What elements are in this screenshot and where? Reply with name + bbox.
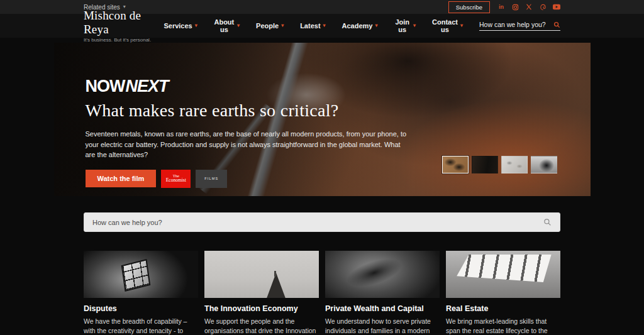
logo-tagline: It's business. But it's personal. <box>84 37 164 43</box>
nav-item-about-us[interactable]: About us ▾ <box>214 18 240 33</box>
hero-thumbnail-2[interactable] <box>472 156 498 173</box>
card-title: Private Wealth and Capital <box>325 304 440 313</box>
chevron-down-icon: ▾ <box>460 23 463 28</box>
hero-thumbnail-4[interactable] <box>531 156 557 173</box>
nav-item-services[interactable]: Services ▾ <box>164 22 197 30</box>
nav-item-people[interactable]: People ▾ <box>256 22 284 30</box>
card-real-estate[interactable]: Real Estate We bring market-leading skil… <box>446 251 560 335</box>
hero-description: Seventeen metals, known as rare earths, … <box>86 129 413 160</box>
hero-thumbnail-1[interactable] <box>442 156 469 173</box>
chevron-down-icon: ▾ <box>281 23 284 28</box>
hero-thumbnail-3[interactable] <box>501 156 528 173</box>
chevron-down-icon: ▾ <box>413 23 416 28</box>
hero-thumbnails <box>442 156 557 173</box>
search-icon[interactable] <box>553 21 560 28</box>
card-innovation-economy[interactable]: The Innovation Economy We support the pe… <box>204 251 319 335</box>
chevron-down-icon: ▾ <box>237 23 240 28</box>
films-label[interactable]: FILMS <box>196 170 227 188</box>
chevron-down-icon: ▾ <box>375 23 377 28</box>
nav-item-latest[interactable]: Latest ▾ <box>300 22 325 30</box>
page-search-input[interactable] <box>92 219 543 226</box>
card-image-clasped-hands <box>325 251 440 298</box>
watch-film-button[interactable]: Watch the film <box>86 170 157 187</box>
card-text: We bring market-leading skills that span… <box>446 317 560 335</box>
card-disputes[interactable]: Disputes We have the breadth of capabili… <box>84 251 198 335</box>
hero-title: What makes rare earths so critical? <box>86 101 438 121</box>
card-title: The Innovation Economy <box>204 304 319 313</box>
hero-banner: NOWNEXT What makes rare earths so critic… <box>54 43 591 196</box>
economist-logo[interactable]: The Economist <box>161 170 191 188</box>
nav-search-input[interactable] <box>479 21 548 28</box>
main-nav: Mishcon de Reya It's business. But it's … <box>0 14 644 38</box>
nav-menu: Services ▾ About us ▾ People ▾ Latest ▾ … <box>164 18 560 33</box>
card-title: Real Estate <box>446 304 560 313</box>
nav-item-academy[interactable]: Academy ▾ <box>342 22 378 30</box>
logo[interactable]: Mishcon de Reya It's business. But it's … <box>84 9 164 43</box>
service-cards: Disputes We have the breadth of capabili… <box>84 251 560 335</box>
card-text: We understand how to serve private indiv… <box>325 317 440 335</box>
page-search-bar <box>84 212 560 232</box>
card-image-skylight <box>446 251 560 298</box>
card-image-rubiks-cube <box>84 251 198 298</box>
card-title: Disputes <box>84 304 198 313</box>
card-image-pencil-tip <box>204 251 319 298</box>
now-next-logo: NOWNEXT <box>86 78 438 95</box>
nav-search <box>479 21 560 31</box>
card-private-wealth[interactable]: Private Wealth and Capital We understand… <box>325 251 440 335</box>
chevron-down-icon: ▾ <box>195 23 197 28</box>
logo-wordmark: Mishcon de Reya <box>84 9 164 36</box>
card-text: We have the breadth of capability – with… <box>84 317 198 335</box>
search-icon[interactable] <box>543 218 552 226</box>
nav-item-contact-us[interactable]: Contact us ▾ <box>432 18 463 33</box>
chevron-down-icon: ▾ <box>323 23 326 28</box>
nav-item-join-us[interactable]: Join us ▾ <box>394 18 416 33</box>
card-text: We support the people and the organisati… <box>204 317 319 335</box>
